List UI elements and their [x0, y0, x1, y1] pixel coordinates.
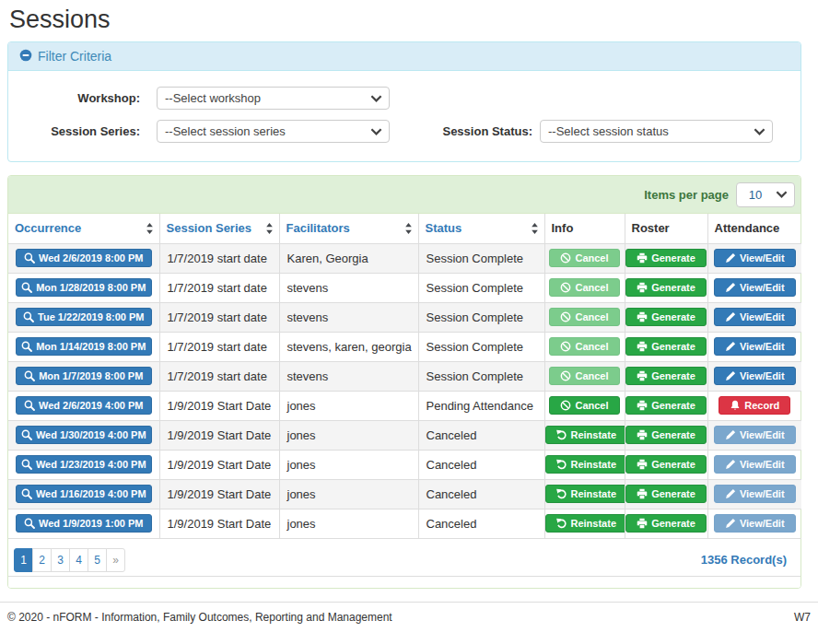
attendance-button[interactable]: View/Edit: [714, 249, 796, 267]
button-label: Wed 2/6/2019 4:00 PM: [39, 400, 144, 411]
page-button-4[interactable]: 4: [69, 548, 88, 572]
pencil-icon: [725, 518, 736, 529]
roster-button[interactable]: Generate: [625, 367, 707, 385]
roster-button[interactable]: Generate: [625, 396, 707, 415]
attendance-button[interactable]: View/Edit: [714, 514, 796, 533]
button-label: Tue 1/22/2019 8:00 PM: [38, 311, 144, 322]
info-button[interactable]: Cancel: [549, 249, 619, 267]
info-cell: Cancel: [544, 273, 625, 302]
info-cell: Cancel: [544, 243, 625, 273]
info-button[interactable]: Reinstate: [545, 485, 625, 503]
attendance-button[interactable]: View/Edit: [714, 426, 796, 444]
occurrence-button[interactable]: Wed 2/6/2019 4:00 PM: [16, 396, 152, 415]
filter-panel-header[interactable]: Filter Criteria: [8, 42, 800, 71]
info-button[interactable]: Cancel: [549, 308, 619, 326]
button-label: View/Edit: [740, 459, 785, 470]
sort-icon[interactable]: [146, 222, 154, 235]
status-cell: Session Complete: [418, 302, 544, 332]
sort-icon[interactable]: [531, 222, 539, 235]
page-button-1[interactable]: 1: [14, 548, 33, 572]
attendance-button[interactable]: View/Edit: [714, 308, 796, 326]
occurrence-cell: Wed 2/6/2019 8:00 PM: [8, 243, 159, 273]
attendance-button[interactable]: View/Edit: [714, 485, 796, 503]
items-per-page-select[interactable]: 10: [736, 182, 795, 207]
info-button[interactable]: Cancel: [549, 396, 619, 415]
roster-cell: Generate: [625, 361, 707, 391]
attendance-button[interactable]: Record: [719, 396, 790, 415]
button-label: Wed 1/23/2019 4:00 PM: [36, 459, 146, 470]
sort-icon[interactable]: [404, 222, 413, 235]
page-button-3[interactable]: 3: [51, 548, 70, 572]
occurrence-cell: Wed 1/9/2019 1:00 PM: [8, 509, 159, 538]
sessions-panel-header: Items per page 10: [8, 176, 800, 214]
roster-button[interactable]: Generate: [625, 426, 707, 444]
series-cell: 1/9/2019 Start Date: [159, 479, 279, 509]
roster-button[interactable]: Generate: [625, 455, 707, 474]
occurrence-cell: Wed 1/16/2019 4:00 PM: [8, 479, 159, 509]
info-button[interactable]: Cancel: [549, 278, 619, 297]
page-button-5[interactable]: 5: [88, 548, 107, 572]
series-cell: 1/7/2019 start date: [159, 243, 279, 273]
page-button-next[interactable]: »: [106, 548, 125, 572]
column-header-occurrence[interactable]: Occurrence: [8, 214, 159, 243]
session-series-select[interactable]: --Select session series: [157, 120, 390, 143]
session-status-select-value: --Select session status: [548, 124, 669, 138]
occurrence-button[interactable]: Mon 1/28/2019 8:00 PM: [16, 278, 152, 297]
occurrence-button[interactable]: Mon 1/14/2019 8:00 PM: [16, 337, 152, 356]
attendance-button[interactable]: View/Edit: [714, 367, 796, 385]
roster-button[interactable]: Generate: [625, 308, 707, 326]
column-header-session-series[interactable]: Session Series: [159, 214, 279, 243]
occurrence-cell: Mon 1/28/2019 8:00 PM: [8, 273, 159, 302]
occurrence-button[interactable]: Wed 1/23/2019 4:00 PM: [16, 455, 152, 474]
series-cell: 1/9/2019 Start Date: [159, 509, 279, 538]
roster-button[interactable]: Generate: [625, 485, 707, 503]
occurrence-button[interactable]: Wed 1/16/2019 4:00 PM: [16, 485, 152, 503]
attendance-button[interactable]: View/Edit: [714, 337, 796, 356]
attendance-cell: Record: [707, 391, 801, 420]
series-cell: 1/7/2019 start date: [159, 302, 279, 332]
printer-icon: [637, 488, 648, 499]
occurrence-cell: Wed 1/30/2019 4:00 PM: [8, 420, 159, 450]
roster-cell: Generate: [625, 450, 707, 479]
printer-icon: [637, 370, 648, 381]
ban-icon: [560, 370, 571, 381]
occurrence-button[interactable]: Tue 1/22/2019 8:00 PM: [16, 308, 152, 326]
info-button[interactable]: Reinstate: [545, 426, 625, 444]
pencil-icon: [725, 429, 736, 440]
info-button[interactable]: Reinstate: [545, 455, 625, 474]
ban-icon: [560, 400, 571, 411]
facilitators-cell: jones: [279, 479, 418, 509]
sort-icon[interactable]: [265, 222, 274, 235]
roster-button[interactable]: Generate: [625, 337, 707, 356]
button-label: Cancel: [575, 400, 608, 411]
session-status-select[interactable]: --Select session status: [540, 120, 773, 143]
page-button-2[interactable]: 2: [32, 548, 52, 572]
chevron-down-icon: [776, 191, 788, 199]
collapse-minus-icon[interactable]: [19, 49, 32, 64]
printer-icon: [637, 341, 648, 352]
roster-cell: Generate: [625, 273, 707, 302]
session-series-label: Session Series:: [22, 124, 140, 138]
info-button[interactable]: Reinstate: [545, 514, 625, 533]
workshop-select[interactable]: --Select workshop: [157, 87, 390, 110]
table-row: Mon 1/7/2019 8:00 PM1/7/2019 start dates…: [8, 361, 801, 391]
info-cell: Cancel: [544, 302, 625, 332]
column-header-facilitators[interactable]: Facilitators: [279, 214, 418, 243]
undo-icon: [556, 488, 567, 499]
roster-button[interactable]: Generate: [625, 514, 707, 533]
button-label: Generate: [651, 518, 695, 529]
attendance-cell: View/Edit: [707, 479, 801, 509]
button-label: Generate: [651, 400, 695, 411]
attendance-button[interactable]: View/Edit: [714, 455, 796, 474]
copyright-text: © 2020 - nFORM - Information, Family Out…: [7, 611, 392, 624]
column-header-status[interactable]: Status: [418, 214, 544, 243]
occurrence-button[interactable]: Wed 2/6/2019 8:00 PM: [16, 249, 152, 267]
attendance-button[interactable]: View/Edit: [714, 278, 796, 297]
info-button[interactable]: Cancel: [549, 337, 619, 356]
info-button[interactable]: Cancel: [549, 367, 619, 385]
roster-button[interactable]: Generate: [625, 249, 707, 267]
roster-button[interactable]: Generate: [625, 278, 707, 297]
occurrence-button[interactable]: Wed 1/30/2019 4:00 PM: [16, 426, 152, 444]
occurrence-button[interactable]: Wed 1/9/2019 1:00 PM: [16, 514, 152, 533]
occurrence-button[interactable]: Mon 1/7/2019 8:00 PM: [16, 367, 152, 385]
